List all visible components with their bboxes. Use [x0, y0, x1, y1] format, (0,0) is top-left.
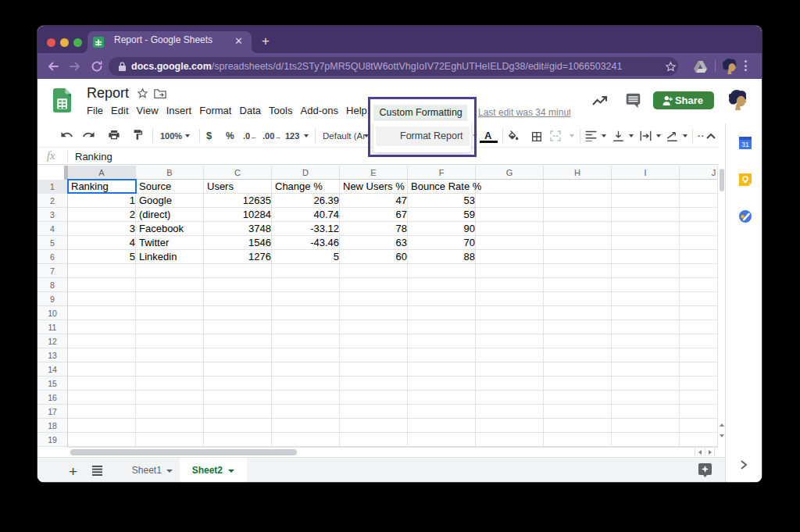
svg-text:31: 31 — [741, 141, 749, 148]
